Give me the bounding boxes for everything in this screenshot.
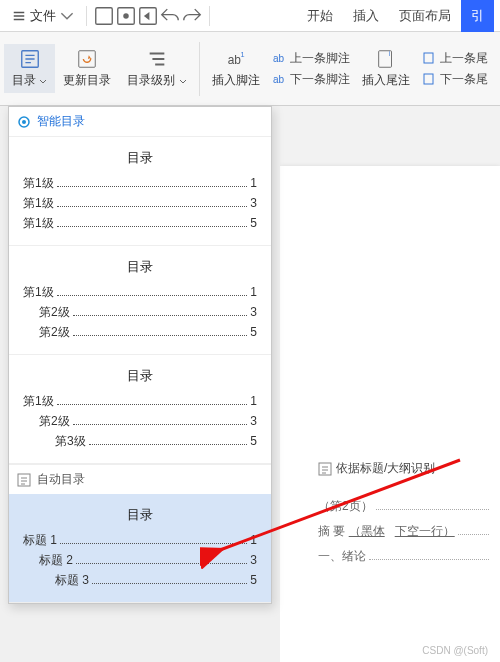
tab-layout[interactable]: 页面布局 — [389, 0, 461, 32]
svg-rect-12 — [424, 53, 433, 63]
svg-point-2 — [123, 13, 129, 19]
toc-row: 标题 35 — [23, 572, 257, 589]
update-toc-button[interactable]: 更新目录 — [55, 44, 119, 93]
smart-icon — [17, 115, 31, 129]
undo-icon[interactable] — [159, 5, 181, 27]
toc-level-button[interactable]: 目录级别 — [119, 44, 194, 93]
toc-row: 第1级5 — [23, 215, 257, 232]
toc-row: 第2级3 — [23, 413, 257, 430]
doc-toc-preview: （第2页） 摘 要 （黑体 下空一行） 一、绪论 — [318, 490, 492, 573]
next-icon — [422, 72, 436, 86]
toc-row: 第1级3 — [23, 195, 257, 212]
endnote-icon: i — [375, 48, 397, 70]
prev-icon — [422, 51, 436, 65]
toc-template-option[interactable]: 目录第1级1第1级3第1级5 — [9, 137, 271, 246]
svg-text:1: 1 — [240, 50, 244, 59]
toc-template-option[interactable]: 目录第1级1第2级3第2级5 — [9, 246, 271, 355]
chevron-down-icon — [60, 9, 74, 23]
toc-row: 第2级5 — [23, 324, 257, 341]
svg-text:ab: ab — [227, 53, 241, 67]
svg-rect-5 — [79, 51, 96, 68]
list-icon — [318, 462, 332, 476]
toc-row: 第1级1 — [23, 393, 257, 410]
footnote-icon: ab1 — [225, 48, 247, 70]
tool-icon-2[interactable] — [115, 5, 137, 27]
hamburger-icon — [12, 9, 26, 23]
svg-text:ab: ab — [273, 74, 285, 85]
toc-template-option[interactable]: 目录标题 11标题 23标题 35 — [9, 494, 271, 603]
insert-endnote-button[interactable]: i 插入尾注 — [354, 44, 418, 93]
smart-toc-header: 智能目录 — [9, 107, 271, 137]
toc-dropdown-panel: 智能目录 目录第1级1第1级3第1级5目录第1级1第2级3第2级5目录第1级1第… — [8, 106, 272, 604]
refresh-icon — [76, 48, 98, 70]
separator — [86, 6, 87, 26]
toc-template-option[interactable]: 目录第1级1第2级3第3级5 — [9, 355, 271, 464]
toc-row: 第1级1 — [23, 284, 257, 301]
prev-footnote-button[interactable]: ab上一条脚注 — [272, 50, 350, 67]
svg-rect-0 — [96, 7, 113, 24]
insert-footnote-button[interactable]: ab1 插入脚注 — [204, 44, 268, 93]
document-area — [280, 106, 500, 662]
page[interactable] — [280, 166, 500, 662]
tab-references[interactable]: 引 — [461, 0, 494, 32]
toc-button[interactable]: 目录 — [4, 44, 55, 93]
tab-start[interactable]: 开始 — [297, 0, 343, 32]
toc-row: 标题 11 — [23, 532, 257, 549]
file-label: 文件 — [30, 7, 56, 25]
ribbon: 目录 更新目录 目录级别 ab1 插入脚注 ab上一条脚注 ab下一条脚注 i … — [0, 32, 500, 106]
tool-icon-3[interactable] — [137, 5, 159, 27]
menubar: 文件 开始 插入 页面布局 引 — [0, 0, 500, 32]
svg-point-16 — [22, 120, 26, 124]
prev-endnote-button[interactable]: 上一条尾 — [422, 50, 488, 67]
toc-row: 标题 23 — [23, 552, 257, 569]
svg-rect-13 — [424, 74, 433, 84]
tool-icon-1[interactable] — [93, 5, 115, 27]
level-icon — [146, 48, 168, 70]
doc-toc-header: 依据标题/大纲识别 — [318, 460, 500, 477]
next-footnote-button[interactable]: ab下一条脚注 — [272, 71, 350, 88]
watermark: CSDN @(Soft) — [422, 645, 488, 656]
redo-icon[interactable] — [181, 5, 203, 27]
auto-toc-header: 自动目录 — [9, 464, 271, 494]
toc-icon — [19, 48, 41, 70]
svg-text:i: i — [388, 50, 389, 57]
toc-row: 第1级1 — [23, 175, 257, 192]
tab-insert[interactable]: 插入 — [343, 0, 389, 32]
next-endnote-button[interactable]: 下一条尾 — [422, 71, 488, 88]
separator — [209, 6, 210, 26]
list-icon — [17, 473, 31, 487]
toc-row: 第2级3 — [23, 304, 257, 321]
svg-text:ab: ab — [273, 53, 285, 64]
file-menu[interactable]: 文件 — [6, 3, 80, 29]
next-icon: ab — [272, 72, 286, 86]
prev-icon: ab — [272, 51, 286, 65]
toc-row: 第3级5 — [23, 433, 257, 450]
